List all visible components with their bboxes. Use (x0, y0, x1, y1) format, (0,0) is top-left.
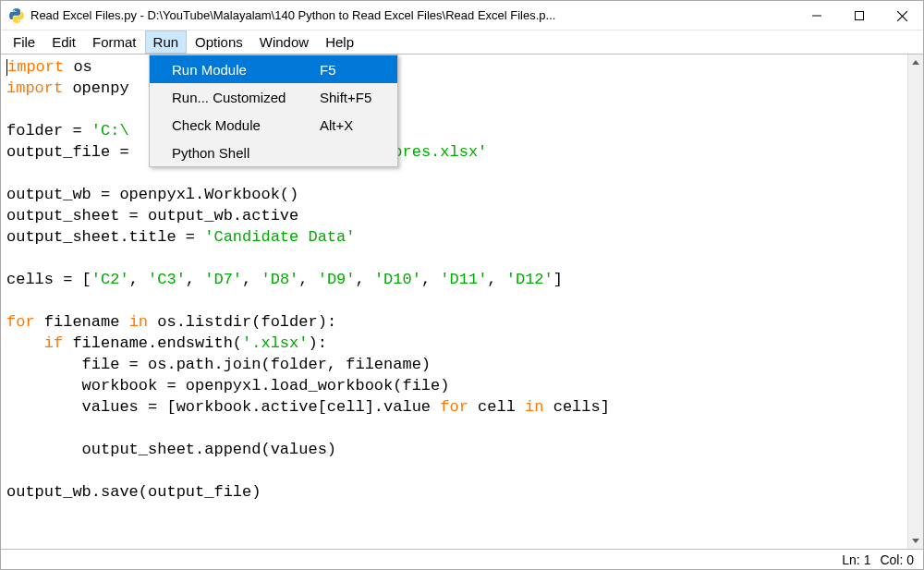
menu-format[interactable]: Format (84, 30, 145, 54)
dropdown-item-label: Check Module (172, 117, 320, 133)
dropdown-item-accel: Shift+F5 (320, 90, 384, 105)
window-controls (796, 1, 923, 30)
code-editor[interactable]: import os import openpy folder = 'C:\ ou… (1, 55, 907, 549)
svg-rect-0 (856, 12, 864, 20)
dropdown-python-shell[interactable]: Python Shell (150, 139, 397, 166)
dropdown-item-label: Python Shell (172, 145, 320, 161)
scroll-down-arrow[interactable] (908, 533, 924, 549)
window: Read Excel Files.py - D:\YouTube\Malayal… (0, 0, 924, 570)
dropdown-item-accel: F5 (320, 62, 384, 78)
dropdown-item-label: Run Module (172, 62, 320, 78)
menu-run[interactable]: Run (145, 30, 188, 54)
titlebar: Read Excel Files.py - D:\YouTube\Malayal… (1, 1, 923, 30)
minimize-button[interactable] (796, 1, 838, 30)
scroll-up-arrow[interactable] (908, 55, 924, 70)
statusbar: Ln: 1 Col: 0 (1, 549, 923, 569)
python-icon (8, 7, 25, 24)
dropdown-run-module[interactable]: Run Module F5 (150, 55, 397, 83)
dropdown-check-module[interactable]: Check Module Alt+X (150, 111, 397, 139)
editor-area: import os import openpy folder = 'C:\ ou… (1, 55, 923, 549)
maximize-button[interactable] (838, 1, 881, 30)
menubar: File Edit Format Run Options Window Help… (1, 30, 923, 55)
status-line: Ln: 1 (842, 552, 870, 567)
menu-window[interactable]: Window (251, 30, 317, 54)
close-button[interactable] (881, 1, 923, 30)
dropdown-item-label: Run... Customized (172, 90, 320, 105)
vertical-scrollbar[interactable] (907, 55, 923, 549)
menu-edit[interactable]: Edit (43, 30, 84, 54)
dropdown-run-customized[interactable]: Run... Customized Shift+F5 (150, 83, 397, 111)
run-dropdown: Run Module F5 Run... Customized Shift+F5… (149, 55, 398, 167)
menu-help[interactable]: Help (317, 30, 362, 54)
menu-file[interactable]: File (5, 30, 43, 54)
window-title: Read Excel Files.py - D:\YouTube\Malayal… (30, 8, 796, 22)
status-col: Col: 0 (880, 552, 914, 567)
menu-options[interactable]: Options (187, 30, 251, 54)
dropdown-item-accel: Alt+X (320, 117, 384, 133)
